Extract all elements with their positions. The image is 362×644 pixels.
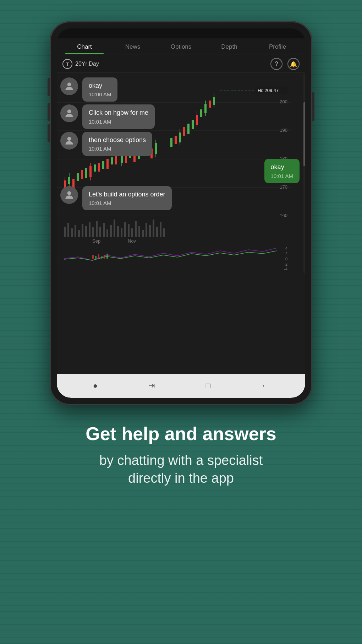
message-time-4: 10:01 AM bbox=[271, 173, 293, 179]
message-row-4: okay 10:01 AM bbox=[57, 159, 305, 183]
avatar-2 bbox=[60, 104, 78, 122]
tab-chart[interactable]: Chart bbox=[60, 38, 109, 54]
tab-profile[interactable]: Profile bbox=[253, 38, 302, 54]
message-row-2: Click on hgbw for me 10:01 AM bbox=[57, 104, 305, 129]
footer-headline: Get help and answers bbox=[86, 423, 276, 445]
phone-screen: Chart News Options Depth Profile T bbox=[57, 28, 305, 398]
nav-recent-button[interactable]: ⇥ bbox=[146, 378, 158, 393]
status-bar bbox=[57, 28, 305, 38]
avatar-5 bbox=[60, 186, 78, 204]
message-time-2: 10:01 AM bbox=[89, 119, 148, 125]
message-text-4: okay bbox=[271, 163, 293, 171]
message-bubble-1: okay 10:00 AM bbox=[82, 77, 117, 102]
svg-point-106 bbox=[67, 137, 71, 141]
bottom-nav: ● ⇥ □ ← bbox=[57, 374, 305, 398]
footer-subtext: by chatting with a specialistdirectly in… bbox=[86, 452, 276, 487]
tab-options[interactable]: Options bbox=[157, 38, 205, 54]
help-button[interactable]: ? bbox=[270, 58, 283, 70]
message-text-5: Let's build an options order bbox=[89, 190, 165, 199]
svg-point-107 bbox=[67, 191, 71, 195]
nav-dot-button[interactable]: ● bbox=[90, 378, 100, 393]
avatar-1 bbox=[60, 77, 78, 95]
chart-actions: ? 🔔 bbox=[270, 58, 300, 70]
message-time-1: 10:00 AM bbox=[89, 91, 111, 97]
message-text-2: Click on hgbw for me bbox=[89, 109, 148, 117]
nav-home-button[interactable]: □ bbox=[203, 378, 213, 393]
svg-point-105 bbox=[67, 110, 71, 114]
tab-navigation: Chart News Options Depth Profile bbox=[57, 38, 305, 54]
message-time-5: 10:01 AM bbox=[89, 200, 165, 206]
chart-container: T 20Yr:Day ? 🔔 bbox=[57, 54, 305, 374]
message-bubble-4: okay 10:01 AM bbox=[264, 159, 300, 183]
tab-news[interactable]: News bbox=[109, 38, 157, 54]
message-text-1: okay bbox=[89, 82, 111, 90]
nav-back-button[interactable]: ← bbox=[258, 378, 272, 393]
ticker-label: 20Yr:Day bbox=[75, 61, 99, 67]
message-bubble-5: Let's build an options order 10:01 AM bbox=[82, 186, 172, 210]
ticker-icon: T bbox=[62, 59, 72, 69]
avatar-3 bbox=[60, 132, 78, 150]
message-row-3: then choose options 10:01 AM bbox=[57, 132, 305, 156]
message-row-5: Let's build an options order 10:01 AM bbox=[57, 186, 305, 210]
chart-header: T 20Yr:Day ? 🔔 bbox=[57, 54, 305, 72]
message-bubble-3: then choose options 10:01 AM bbox=[82, 132, 152, 156]
message-time-3: 10:01 AM bbox=[89, 146, 146, 152]
footer-section: Get help and answers by chatting with a … bbox=[64, 423, 298, 487]
chart-ticker: T 20Yr:Day bbox=[62, 59, 99, 69]
phone-device: Chart News Options Depth Profile T bbox=[50, 21, 312, 405]
message-row-1: okay 10:00 AM bbox=[57, 77, 305, 102]
messages-overlay: okay 10:00 AM Click on hgbw for me 1 bbox=[57, 74, 305, 374]
svg-point-104 bbox=[67, 82, 71, 86]
alert-button[interactable]: 🔔 bbox=[287, 58, 300, 70]
message-bubble-2: Click on hgbw for me 10:01 AM bbox=[82, 104, 155, 129]
message-text-3: then choose options bbox=[89, 136, 146, 144]
tab-depth[interactable]: Depth bbox=[205, 38, 253, 54]
